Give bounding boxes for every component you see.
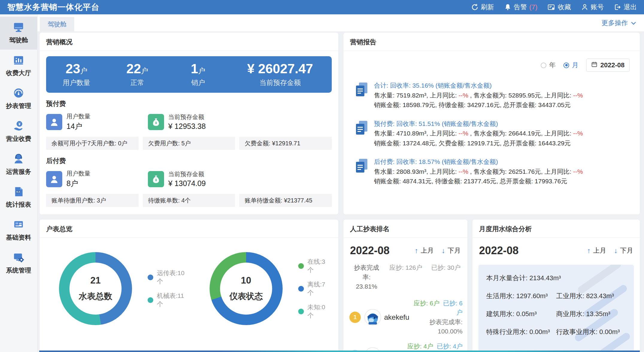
legend-dot [298,286,304,292]
legend-dot [298,263,304,269]
report-doc-icon [355,158,369,186]
sidebar-label: 收费大厅 [6,69,31,77]
sidebar: 驾驶舱 收费大厅 抄表管理 ¥ 营业收费 运营服务 XLS 统计报表 基础资料 … [0,14,37,352]
sidebar-item-fee-hall[interactable]: 收费大厅 [0,50,37,83]
sidebar-item-base-data[interactable]: 基础资料 [0,214,37,247]
alert-button[interactable]: 告警 (7) [504,3,537,12]
sidebar-label: 抄表管理 [6,102,31,110]
year-radio[interactable]: 年 [541,61,556,70]
svg-text:¥: ¥ [18,122,20,126]
prepaid-users-tile: 用户数量 14户 [46,112,148,131]
meter-status-legend: 在线:3个 离线:7个 未知:0个 [298,257,329,320]
arrow-down-icon: ↓ [442,246,445,255]
sidebar-item-statistics-report[interactable]: XLS 统计报表 [0,181,37,214]
monthly-stat: 工业用水: 823.43m³ [556,292,626,301]
sidebar-item-system-manage[interactable]: 系统管理 [0,247,37,280]
next-month-button[interactable]: ↓ 下月 [442,246,461,255]
svg-text:XLS: XLS [16,191,20,193]
summary-closed: 1户 销户 [168,62,228,87]
sidebar-item-business-fee[interactable]: ¥ 营业收费 [0,115,37,148]
sidebar-item-operation-service[interactable]: 运营服务 [0,148,37,181]
monthly-stat: 特殊行业用水: 0.00m³ [486,327,556,336]
sidebar-label: 基础资料 [6,233,31,242]
refresh-label: 刷新 [481,3,494,12]
postpaid-section-title: 后付费 [46,156,332,165]
refresh-icon [471,4,478,11]
system-gear-icon [13,252,25,263]
avatar [364,309,381,326]
gold-medal-icon: 1 [349,312,361,323]
meter-gauge-icon [13,87,25,99]
report-item-prepaid: 预付费: 回收率: 51.51% (销账金额/售水金额) 售水量: 4710.8… [343,112,640,150]
report-doc-icon [355,82,369,110]
legend-dot [148,275,153,280]
sidebar-item-dashboard[interactable]: 驾驶舱 [0,17,37,50]
postpaid-deposit-tile: ¥ 当前预存金额 ¥ 13074.09 [148,170,250,188]
app-header: 智慧水务营销一体化平台 刷新 告警 (7) 收藏 账号 退出 [0,0,644,14]
sidebar-label: 统计报表 [6,200,31,209]
next-month-button[interactable]: ↓ 下月 [614,246,633,255]
logout-button[interactable]: 退出 [614,3,637,12]
postpaid-stat: 待缴账单数: 4个 [143,194,235,207]
headset-service-icon [13,153,25,164]
tab-dashboard[interactable]: 驾驶舱 [40,17,74,31]
svg-text:¥: ¥ [155,178,157,182]
arrow-up-icon: ↑ [415,246,418,255]
account-icon [581,4,588,11]
bottom-accent-bar [39,351,640,352]
postpaid-stat: 账单待缴金额: ¥21377.45 [239,194,332,207]
water-meter-donut-chart: 21 水表总数 [59,252,132,325]
report-doc-icon [355,120,369,148]
month-picker[interactable]: 2022-08 [586,59,630,72]
monthly-summary-box: 本月水量合计: 2134.43m³ 生活用水: 1297.60m³ 工业用水: … [478,265,634,352]
moneybag-icon: ¥ [148,171,164,187]
prev-month-button[interactable]: ↑ 上月 [587,246,606,255]
month-picker-value: 2022-08 [600,61,625,69]
favorite-card-icon [548,4,555,11]
summary-users: 23户 用户数量 [46,62,107,87]
fee-hall-chart-icon [13,54,25,66]
chevron-down-icon [631,19,636,27]
marketing-report-panel: 营销报告 年 月 2022-08 [343,32,640,215]
base-data-card-icon [13,219,25,230]
panel-title: 人工抄表排名 [343,220,467,238]
meter-overview-panel: 户表总览 21 水表总数 远传表:10个 机械表:11个 10 [39,219,339,352]
yuan-coin-hand-icon: ¥ [13,120,25,132]
favorite-label: 收藏 [558,3,571,12]
completion-rate: 抄表完成率: 23.81% [350,263,383,291]
postpaid-users-tile: 用户数量 8户 [46,170,148,188]
summary-normal: 22户 正常 [107,62,168,87]
sidebar-label: 系统管理 [6,266,31,275]
ranking-user-name: akekefu [384,313,409,321]
more-actions-button[interactable]: 更多操作 [601,19,636,28]
monthly-stat: 建筑用水: 0.05m³ [486,310,556,319]
ranking-month: 2022-08 [350,244,390,257]
logout-label: 退出 [624,3,637,12]
calendar-icon [591,61,597,69]
alert-label: 告警 [514,3,527,12]
overview-summary-card: 23户 用户数量 22户 正常 1户 销户 ¥ 26027.47 [46,56,332,93]
ranking-row: 1 akekefu 应抄: 6户 已抄: 6户 抄表完成率: 100.00% [349,298,463,336]
user-icon [46,171,62,187]
meter-status-donut-chart: 10 仪表状态 [210,252,283,325]
alert-count-badge: (7) [529,3,537,11]
xls-file-icon: XLS [13,186,25,197]
prepaid-stat: 欠费用户数: 5户 [143,137,235,150]
sidebar-item-meter-reading[interactable]: 抄表管理 [0,83,37,115]
account-label: 账号 [591,3,604,12]
due-total: 应抄: 126户 [389,263,423,272]
favorite-button[interactable]: 收藏 [548,3,571,12]
arrow-up-icon: ↑ [587,246,591,255]
svg-text:¥: ¥ [155,121,157,125]
refresh-button[interactable]: 刷新 [471,3,494,12]
monthly-stat: 生活用水: 1297.60m³ [486,292,556,301]
report-item-postpaid: 后付费: 回收率: 18.57% (销账金额/售水金额) 售水量: 2808.9… [343,150,640,188]
postpaid-stat: 账单待缴用户数: 3户 [46,194,139,207]
done-total: 已抄: 30户 [428,263,463,272]
prev-month-button[interactable]: ↑ 上月 [415,246,434,255]
bell-icon [504,4,511,11]
month-radio[interactable]: 月 [563,61,578,70]
sidebar-label: 驾驶舱 [9,36,28,44]
account-button[interactable]: 账号 [581,3,604,12]
user-icon [46,114,62,130]
